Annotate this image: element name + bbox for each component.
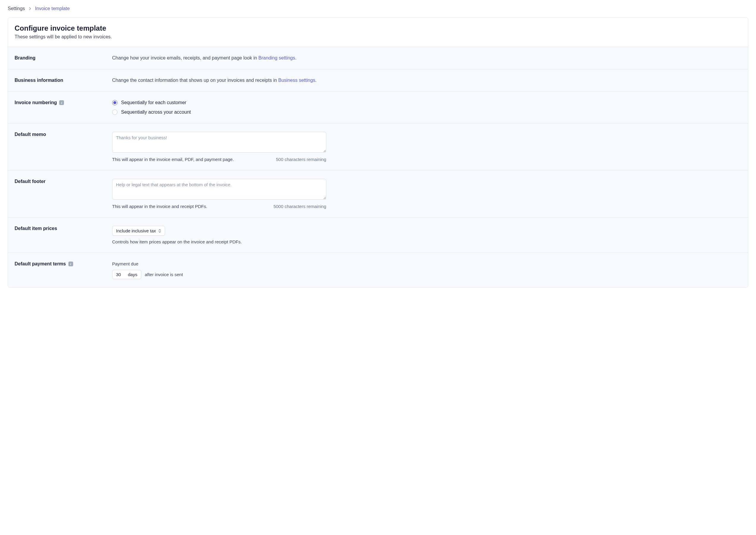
footer-char-counter: 5000 characters remaining: [273, 204, 326, 209]
panel-header: Configure invoice template These setting…: [8, 17, 748, 47]
page-subtitle: These settings will be applied to new in…: [14, 34, 742, 40]
default-footer-textarea[interactable]: [112, 179, 326, 200]
info-icon[interactable]: i: [68, 262, 73, 266]
radio-sequential-across-account[interactable]: Sequentially across your account: [112, 109, 742, 115]
default-memo-textarea[interactable]: [112, 132, 326, 153]
page-title: Configure invoice template: [14, 24, 742, 32]
chevron-right-icon: [29, 7, 32, 10]
item-prices-help-text: Controls how item prices appear on the i…: [112, 239, 742, 244]
radio-icon: [112, 100, 118, 105]
numbering-radio-group: Sequentially for each customer Sequentia…: [112, 100, 742, 115]
payment-days-input[interactable]: [116, 272, 125, 277]
business-text-before: Change the contact information that show…: [112, 78, 278, 83]
item-prices-select[interactable]: Include inclusive tax: [112, 226, 165, 236]
chevron-updown-icon: [158, 229, 161, 233]
breadcrumb: Settings Invoice template: [0, 0, 756, 17]
branding-text-after: .: [295, 55, 296, 60]
payment-due-label: Payment due: [112, 261, 742, 266]
payment-days-field[interactable]: days: [112, 270, 141, 279]
section-default-payment-terms: Default payment terms i Payment due days…: [8, 253, 748, 288]
section-invoice-numbering: Invoice numbering i Sequentially for eac…: [8, 91, 748, 123]
footer-help-text: This will appear in the invoice and rece…: [112, 204, 207, 209]
branding-text-before: Change how your invoice emails, receipts…: [112, 55, 258, 60]
section-label-payment-terms: Default payment terms: [14, 261, 66, 267]
radio-sequential-per-customer[interactable]: Sequentially for each customer: [112, 100, 742, 105]
section-default-footer: Default footer This will appear in the i…: [8, 170, 748, 217]
memo-char-counter: 500 characters remaining: [276, 157, 326, 162]
section-branding: Branding Change how your invoice emails,…: [8, 47, 748, 69]
section-label-memo: Default memo: [14, 132, 112, 137]
payment-days-unit: days: [128, 272, 137, 277]
radio-label: Sequentially for each customer: [121, 100, 186, 105]
section-label-business: Business information: [14, 78, 112, 83]
business-settings-link[interactable]: Business settings: [278, 78, 315, 83]
breadcrumb-current[interactable]: Invoice template: [35, 6, 70, 11]
section-label-item-prices: Default item prices: [14, 226, 112, 231]
info-icon[interactable]: i: [59, 100, 64, 105]
section-default-memo: Default memo This will appear in the inv…: [8, 123, 748, 170]
section-label-branding: Branding: [14, 55, 112, 61]
business-text-after: .: [315, 78, 316, 83]
section-business-information: Business information Change the contact …: [8, 69, 748, 91]
breadcrumb-root[interactable]: Settings: [8, 6, 25, 11]
section-label-numbering: Invoice numbering: [14, 100, 57, 105]
item-prices-select-value: Include inclusive tax: [116, 228, 156, 233]
payment-after-text: after invoice is sent: [145, 272, 183, 277]
branding-settings-link[interactable]: Branding settings: [258, 55, 295, 60]
settings-panel: Configure invoice template These setting…: [8, 17, 748, 288]
memo-help-text: This will appear in the invoice email, P…: [112, 157, 234, 162]
section-default-item-prices: Default item prices Include inclusive ta…: [8, 217, 748, 253]
radio-label: Sequentially across your account: [121, 109, 191, 115]
section-label-footer: Default footer: [14, 179, 112, 184]
radio-icon: [112, 109, 118, 115]
